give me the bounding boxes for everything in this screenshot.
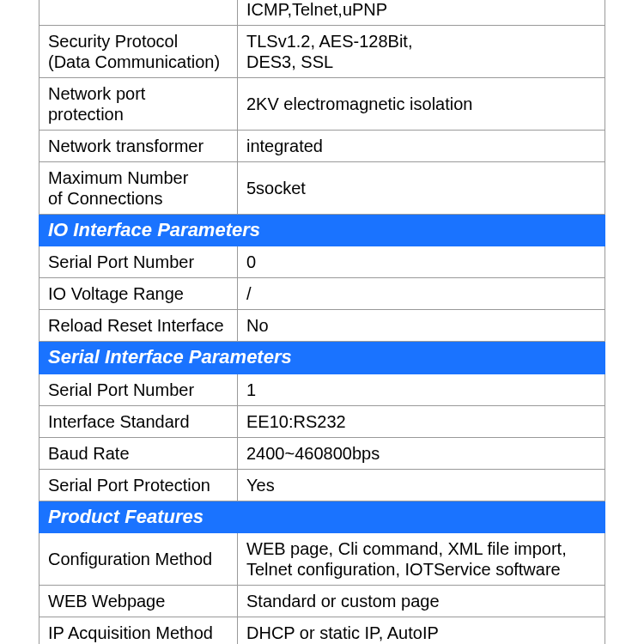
table-row: IO Voltage Range/ xyxy=(39,278,605,310)
spec-label: Interface Standard xyxy=(39,405,238,437)
spec-value: 5socket xyxy=(238,162,605,215)
table-row: Serial Port Number0 xyxy=(39,246,605,278)
section-header: Serial Interface Parameters xyxy=(39,342,605,374)
table-row: Maximum Numberof Connections5socket xyxy=(39,162,605,215)
table-row: IO Interface Parameters xyxy=(39,215,605,246)
table-row: Reload Reset InterfaceNo xyxy=(39,310,605,342)
table-row: ICMP,Telnet,uPNP xyxy=(39,0,605,26)
spec-value: DHCP or static IP, AutoIP xyxy=(238,617,605,644)
spec-label: IO Voltage Range xyxy=(39,278,238,310)
table-row: Configuration MethodWEB page, Cli comman… xyxy=(39,533,605,586)
spec-value: 0 xyxy=(238,246,605,278)
spec-label xyxy=(39,0,238,26)
table-row: Interface StandardEE10:RS232 xyxy=(39,405,605,437)
spec-value: Standard or custom page xyxy=(238,586,605,617)
spec-label: Serial Port Protection xyxy=(39,469,238,501)
spec-table: ICMP,Telnet,uPNPSecurity Protocol(Data C… xyxy=(39,0,605,644)
spec-value: EE10:RS232 xyxy=(238,405,605,437)
spec-label: Reload Reset Interface xyxy=(39,310,238,342)
spec-label: Baud Rate xyxy=(39,437,238,469)
table-row: Network portprotection2KV electromagneti… xyxy=(39,78,605,131)
spec-value: Yes xyxy=(238,469,605,501)
table-row: Security Protocol(Data Communication)TLS… xyxy=(39,26,605,78)
section-header: Product Features xyxy=(39,501,605,532)
spec-value: integrated xyxy=(238,131,605,162)
section-header: IO Interface Parameters xyxy=(39,215,605,246)
table-row: Serial Port Number1 xyxy=(39,374,605,405)
spec-label: Serial Port Number xyxy=(39,374,238,405)
table-row: IP Acquisition MethodDHCP or static IP, … xyxy=(39,617,605,644)
table-row: Network transformerintegrated xyxy=(39,131,605,162)
table-row: Product Features xyxy=(39,501,605,532)
spec-value: / xyxy=(238,278,605,310)
spec-value: No xyxy=(238,310,605,342)
table-row: Baud Rate2400~460800bps xyxy=(39,437,605,469)
table-row: WEB WebpageStandard or custom page xyxy=(39,586,605,617)
table-row: Serial Port ProtectionYes xyxy=(39,469,605,501)
table-row: Serial Interface Parameters xyxy=(39,342,605,374)
spec-label: Configuration Method xyxy=(39,533,238,586)
spec-value: TLSv1.2, AES-128Bit,DES3, SSL xyxy=(238,26,605,78)
spec-value: 2400~460800bps xyxy=(238,437,605,469)
spec-label: Network transformer xyxy=(39,131,238,162)
spec-value: 2KV electromagnetic isolation xyxy=(238,78,605,131)
spec-label: Network portprotection xyxy=(39,78,238,131)
spec-value: 1 xyxy=(238,374,605,405)
spec-label: IP Acquisition Method xyxy=(39,617,238,644)
spec-label: Maximum Numberof Connections xyxy=(39,162,238,215)
spec-label: Serial Port Number xyxy=(39,246,238,278)
spec-value: WEB page, Cli command, XML file import, … xyxy=(238,533,605,586)
spec-label: WEB Webpage xyxy=(39,586,238,617)
spec-label: Security Protocol(Data Communication) xyxy=(39,26,238,78)
spec-value: ICMP,Telnet,uPNP xyxy=(238,0,605,26)
